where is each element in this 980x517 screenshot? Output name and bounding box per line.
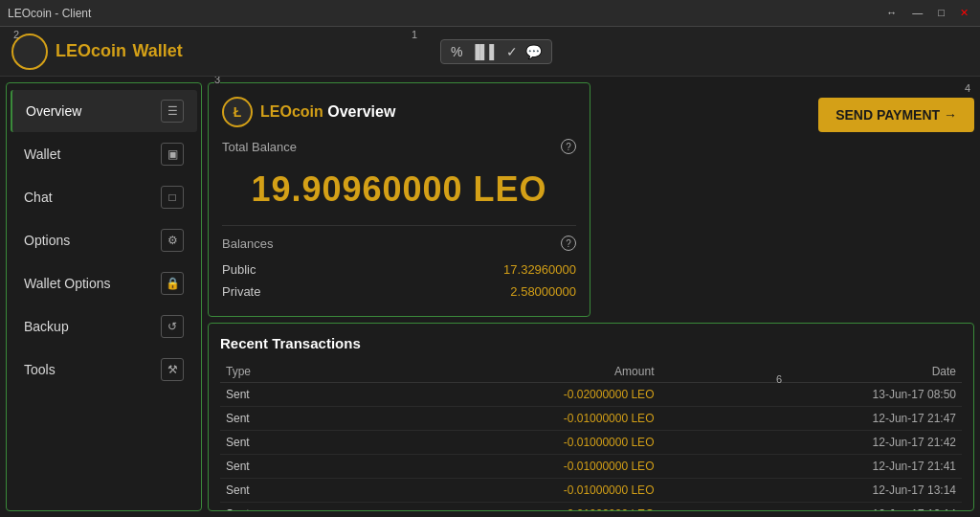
label-5: 5 (228, 323, 234, 326)
tx-date: 13-Jun-17 08:50 (659, 383, 962, 407)
tx-type: Sent (220, 479, 336, 503)
table-row: Sent -0.01000000 LEO 12-Jun-17 13:14 (220, 503, 962, 512)
tx-amount: -0.01000000 LEO (336, 431, 660, 455)
label-3: 3 (214, 77, 220, 85)
table-row: Sent -0.02000000 LEO 13-Jun-17 08:50 (220, 383, 962, 407)
app: LEOcoin Wallet 1 % ▐▌▌ ✓ 💬 2 Overview ☰ … (0, 27, 980, 517)
status-bar: % ▐▌▌ ✓ 💬 (440, 39, 552, 64)
chat-nav-icon: □ (161, 186, 184, 209)
tx-type: Sent (220, 455, 336, 479)
check-icon[interactable]: ✓ (506, 44, 518, 59)
sidebar-item-overview[interactable]: Overview ☰ (11, 90, 197, 132)
sidebar-item-label: Wallet (24, 146, 60, 162)
tx-type: Sent (220, 431, 336, 455)
tx-amount: -0.01000000 LEO (336, 479, 660, 503)
table-row: Sent -0.01000000 LEO 12-Jun-17 21:42 (220, 431, 962, 455)
logo-text: LEOcoin Wallet (56, 41, 183, 61)
sidebar-item-options[interactable]: Options ⚙ (11, 219, 197, 261)
titlebar-controls: ↔ — □ ✕ (882, 7, 972, 19)
transactions-table: Type Amount Date Sent -0.02000000 LEO 13… (220, 361, 962, 511)
close-button[interactable]: ✕ (956, 7, 972, 19)
tx-type: Sent (220, 383, 336, 407)
divider (222, 225, 576, 226)
sidebar-item-label: Chat (24, 190, 53, 205)
overview-panel: 3 Ł LEOcoin Overview Total Balance ? 19 (208, 82, 590, 317)
chat-icon: 💬 (525, 44, 542, 59)
main-area: Overview ☰ Wallet ▣ Chat □ Options ⚙ Wal… (0, 77, 980, 517)
tx-amount: -0.01000000 LEO (336, 503, 660, 512)
sidebar-item-wallet[interactable]: Wallet ▣ (11, 133, 197, 175)
sidebar-item-chat[interactable]: Chat □ (11, 176, 197, 218)
topbar: LEOcoin Wallet 1 % ▐▌▌ ✓ 💬 2 (0, 27, 980, 77)
maximize-button[interactable]: □ (934, 7, 948, 19)
signal-icon: ▐▌▌ (470, 44, 499, 59)
options-icon: ⚙ (161, 229, 184, 252)
sidebar-item-backup[interactable]: Backup ↺ (11, 305, 197, 348)
tx-date: 12-Jun-17 21:41 (659, 455, 962, 479)
overview-title: LEOcoin Overview (260, 103, 395, 121)
resize-icon[interactable]: ↔ (882, 7, 901, 19)
sidebar-item-tools[interactable]: Tools ⚒ (11, 348, 197, 391)
logo-area: LEOcoin Wallet (11, 34, 183, 70)
table-row: Sent -0.01000000 LEO 12-Jun-17 21:41 (220, 455, 962, 479)
wallet-options-icon: 🔒 (161, 272, 184, 295)
tx-date: 12-Jun-17 21:42 (659, 431, 962, 455)
transactions-title: Recent Transactions (220, 335, 962, 351)
tx-date: 12-Jun-17 21:47 (659, 407, 962, 431)
balances-help-icon[interactable]: ? (561, 236, 576, 251)
public-balance-row: Public 17.32960000 (222, 258, 576, 281)
send-area: 4 SEND PAYMENT → (598, 82, 974, 132)
minimize-button[interactable]: — (908, 7, 926, 19)
sidebar-item-label: Wallet Options (24, 276, 111, 291)
tx-date: 12-Jun-17 13:14 (659, 503, 962, 512)
overview-header: Ł LEOcoin Overview (222, 97, 576, 127)
public-value: 17.32960000 (503, 262, 576, 277)
tx-amount: -0.01000000 LEO (336, 407, 660, 431)
tools-icon: ⚒ (161, 358, 184, 381)
wallet-icon: ▣ (161, 143, 184, 166)
label-6: 6 (776, 373, 782, 385)
col-type: Type (220, 361, 336, 383)
public-label: Public (222, 262, 256, 277)
tx-amount: -0.02000000 LEO (336, 383, 660, 407)
tx-type: Sent (220, 407, 336, 431)
table-row: Sent -0.01000000 LEO 12-Jun-17 13:14 (220, 479, 962, 503)
balances-header: Balances ? (222, 236, 576, 251)
balance-help-icon[interactable]: ? (561, 139, 576, 154)
private-label: Private (222, 284, 260, 299)
total-balance-amount: 19.90960000 LEO (222, 169, 576, 210)
sidebar: Overview ☰ Wallet ▣ Chat □ Options ⚙ Wal… (6, 82, 202, 511)
transactions-panel: 5 Recent Transactions 6 Type Amount Date… (208, 323, 974, 511)
percent-icon[interactable]: % (451, 44, 462, 59)
col-date: Date (659, 361, 962, 383)
balances-section: Balances ? Public 17.32960000 Private 2.… (222, 236, 576, 303)
backup-icon: ↺ (161, 315, 184, 338)
sidebar-item-label: Tools (24, 362, 56, 377)
sidebar-item-label: Options (24, 233, 70, 248)
table-row: Sent -0.01000000 LEO 12-Jun-17 21:47 (220, 407, 962, 431)
sidebar-item-label: Backup (24, 319, 69, 334)
content-area: 3 Ł LEOcoin Overview Total Balance ? 19 (208, 77, 980, 517)
col-amount: Amount (336, 361, 660, 383)
overview-icon: ☰ (161, 100, 184, 123)
tx-date: 12-Jun-17 13:14 (659, 479, 962, 503)
label-4: 4 (965, 82, 970, 94)
sidebar-item-wallet-options[interactable]: Wallet Options 🔒 (11, 262, 197, 304)
coin-logo: Ł (222, 97, 253, 127)
sidebar-item-label: Overview (26, 103, 81, 119)
label-2: 2 (13, 29, 19, 40)
tx-type: Sent (220, 503, 336, 512)
send-payment-button[interactable]: SEND PAYMENT → (818, 98, 974, 132)
titlebar-title: LEOcoin - Client (8, 7, 91, 20)
label-1: 1 (412, 29, 417, 40)
tx-amount: -0.01000000 LEO (336, 455, 660, 479)
private-balance-row: Private 2.58000000 (222, 281, 576, 303)
top-row: 3 Ł LEOcoin Overview Total Balance ? 19 (208, 82, 974, 317)
private-value: 2.58000000 (510, 284, 576, 299)
total-balance-label: Total Balance ? (222, 139, 576, 154)
titlebar: LEOcoin - Client ↔ — □ ✕ (0, 0, 980, 27)
